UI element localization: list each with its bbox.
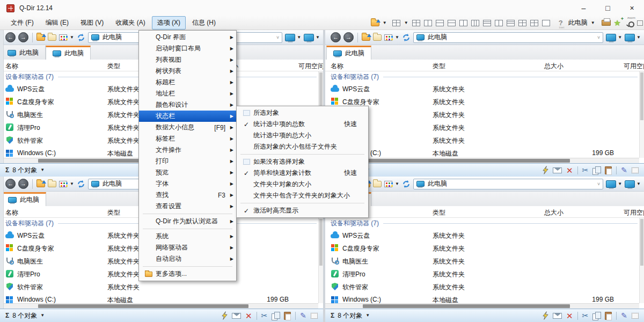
submenu-item[interactable]: ✓激活时高亮显示 [237,205,368,216]
tab-computer[interactable]: 此电脑 [1,46,46,60]
file-row[interactable]: 电脑医生系统文件夹 [325,108,639,121]
menu-item[interactable]: 颜色和设计▶ [139,99,236,111]
menu-item[interactable]: 地址栏▶ [139,88,236,99]
layout-vsplit-icon[interactable] [495,20,503,26]
file-row[interactable]: 电脑医生系统文件夹 [325,254,639,267]
view-mode-button[interactable] [384,34,392,41]
menu-item[interactable]: 网络驱动器▶ [139,242,236,253]
copy-icon[interactable] [592,166,601,174]
view-mode-button[interactable] [59,34,67,41]
menu-item[interactable]: 更多选项... [139,268,236,280]
goto-folder-button-1[interactable]: ▼ [285,34,301,41]
rename-icon[interactable] [553,313,562,319]
file-row[interactable]: C盘瘦身专家系统文件夹 [325,241,639,254]
menu-item[interactable]: 树状列表▶ [139,65,236,77]
tab-computer-active[interactable]: 此电脑 [326,46,371,60]
column-header-size[interactable]: 总大小 [544,62,564,71]
dropdown-icon[interactable]: ▼ [316,35,320,40]
toolbar-computer-dropdown-icon[interactable]: ▼ [591,21,595,25]
folder-up-button[interactable] [36,34,45,41]
select-box-icon[interactable] [632,167,639,173]
rename-icon[interactable] [553,167,562,173]
group-header[interactable]: 设备和驱动器 (7) [325,71,638,82]
forward-button[interactable]: → [343,32,354,42]
menu-item[interactable]: 数据大小信息[F9]▶ [139,122,236,133]
layout-rows3-icon[interactable] [507,20,515,26]
menubar-item-0[interactable]: 文件 (F) [5,16,39,30]
goto-folder-button-1[interactable]: ▼ [606,180,622,188]
submenu-item[interactable]: ✓统计选中项的总数快速 [237,119,368,130]
column-header-type[interactable]: 类型 [433,208,445,217]
print-icon[interactable] [602,20,611,26]
horizontal-scrollbar-thumb[interactable] [363,304,570,308]
dropdown-icon[interactable]: ▼ [618,182,622,186]
dropdown-icon[interactable]: ▼ [636,182,641,186]
folder-up-button[interactable] [362,34,370,41]
file-row[interactable]: 软件管家系统文件夹 [325,134,639,147]
address-combo[interactable]: 此电脑 ˅ [413,179,603,189]
cut-icon[interactable]: ✂ [582,312,589,319]
vertical-scrollbar-thumb[interactable] [319,219,323,266]
cut-icon[interactable]: ✂ [261,312,268,319]
tab-computer-active[interactable]: 此电脑 [46,46,91,60]
forward-button[interactable]: → [18,32,28,42]
layout-single-icon[interactable] [542,20,550,26]
menu-item[interactable]: 查找F3▶ [139,189,236,201]
select-box-icon[interactable] [311,313,318,319]
goto-folder-button-1[interactable]: ▼ [606,34,622,41]
menu-item[interactable]: 文件操作▶ [139,144,236,156]
menu-item[interactable]: 字体▶ [139,178,236,189]
object-count-dropdown-icon[interactable]: ▼ [40,313,45,318]
paste-icon[interactable] [605,312,612,320]
menubar-item-3[interactable]: 收藏夹 (A) [110,16,150,30]
close-button[interactable]: × [620,0,644,16]
dropdown-icon[interactable]: ▼ [618,35,622,40]
menu-item[interactable]: 打印▶ [139,156,236,167]
inet-help-icon[interactable]: ?inet [559,19,563,27]
menu-item[interactable]: 自动启动▶ [139,253,236,265]
refresh-button[interactable] [402,33,411,42]
menubar-item-4[interactable]: 选项 (X) [152,16,186,30]
quick-folder-dropdown-icon[interactable]: ▼ [383,21,387,25]
address-dropdown-icon[interactable]: ˅ [597,35,600,40]
copy-icon[interactable] [592,312,601,320]
column-header-free[interactable]: 可用空间 [624,62,644,71]
copy-icon[interactable] [272,312,280,320]
file-row[interactable]: 清理Pro系统文件夹 [325,267,639,280]
column-header-type[interactable]: 类型 [107,208,120,217]
menu-item-highlighted[interactable]: 状态栏▶ [139,111,236,122]
vertical-scrollbar[interactable] [639,71,644,158]
refresh-button[interactable] [77,33,85,42]
new-folder-button[interactable] [48,34,56,41]
goto-folder-button-2[interactable]: ▼ [304,34,320,41]
horizontal-scrollbar[interactable] [0,303,318,309]
file-row[interactable]: C盘瘦身专家系统文件夹 [325,95,639,108]
back-button[interactable]: ← [5,32,16,42]
add-favorite-icon[interactable]: ★ [614,19,621,27]
column-header-size[interactable]: 总大小 [544,208,564,217]
layout-hsplit-icon[interactable] [436,20,444,26]
select-box-icon[interactable] [632,313,639,319]
column-header-name[interactable]: 名称 [5,62,18,71]
delete-icon[interactable]: ✕ [245,312,252,320]
maximize-button[interactable]: □ [596,0,620,16]
view-mode-button[interactable] [59,181,67,187]
column-header-type[interactable]: 类型 [107,62,120,71]
folder-up-button[interactable] [36,181,45,187]
layout-cols3-icon[interactable] [471,20,479,26]
view-mode-button[interactable] [384,181,392,187]
forward-button[interactable]: → [18,179,28,189]
minimize-button[interactable]: – [572,0,596,16]
group-header[interactable]: 设备和驱动器 (7) [325,218,638,229]
file-row[interactable]: Windows (C:)本地磁盘199 GB [325,147,639,158]
submenu-item[interactable]: 文件夹中包含子文件夹的对象大小 [237,190,368,201]
file-row[interactable]: Windows (C:)本地磁盘199 GB [0,293,318,303]
column-header-free[interactable]: 可用空间 [624,208,644,217]
submenu-item[interactable]: ✓简单和快速对象计数快速 [237,167,368,179]
flash-icon[interactable] [222,311,228,320]
file-row[interactable]: 清理Pro系统文件夹 [325,121,639,134]
view-mode-dropdown-icon[interactable]: ▼ [395,35,399,40]
quick-folder-icon[interactable] [371,20,379,26]
layout-quad-icon[interactable] [518,20,526,26]
file-row[interactable]: WPS云盘系统文件夹 [325,229,639,241]
